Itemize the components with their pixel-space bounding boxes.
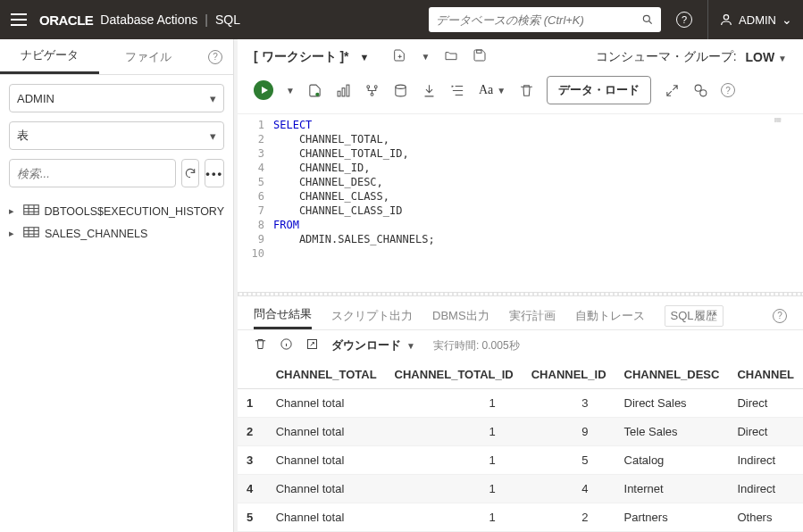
chevron-down-icon: ▼: [360, 52, 370, 62]
chevron-down-icon: ▾: [210, 92, 216, 105]
svg-point-20: [367, 85, 370, 87]
run-script-button[interactable]: [307, 82, 323, 98]
tab-autotrace[interactable]: 自動トレース: [575, 302, 645, 329]
expand-icon[interactable]: ▸: [9, 205, 18, 217]
table-row[interactable]: 4Channel total14InternetIndirect: [238, 475, 803, 503]
save-button[interactable]: [473, 48, 487, 65]
worksheet-selector[interactable]: [ ワークシート ]* ▼ ▼: [254, 48, 487, 65]
execution-time: 実行時間: 0.005秒: [433, 338, 520, 353]
svg-point-16: [316, 92, 320, 96]
download-button[interactable]: [422, 82, 438, 98]
svg-point-23: [396, 85, 406, 88]
svg-rect-15: [477, 50, 481, 53]
more-icon: •••: [205, 167, 223, 180]
more-button[interactable]: •••: [205, 159, 224, 187]
table-row[interactable]: 5Channel total12PartnersOthers: [238, 503, 803, 532]
tab-sql-history[interactable]: SQL履歴: [665, 305, 724, 327]
search-icon: [641, 13, 654, 26]
user-icon: [719, 12, 733, 27]
delete-result-button[interactable]: [254, 337, 267, 353]
brand-product: Database Actions: [100, 12, 197, 27]
svg-rect-18: [342, 87, 345, 96]
font-size-button[interactable]: Aa ▼: [479, 83, 506, 97]
svg-point-2: [724, 15, 728, 20]
hamburger-menu-icon[interactable]: [11, 12, 27, 28]
format-button[interactable]: [450, 82, 466, 98]
result-grid: CHANNEL_TOTALCHANNEL_TOTAL_IDCHANNEL_IDC…: [238, 361, 803, 532]
data-load-button[interactable]: データ・ロード: [547, 76, 651, 104]
table-row[interactable]: 3Channel total15CatalogIndirect: [238, 446, 803, 475]
svg-rect-3: [23, 205, 38, 215]
find-button[interactable]: [692, 82, 708, 98]
refresh-button[interactable]: [181, 159, 199, 187]
object-type-value: 表: [17, 128, 29, 144]
tab-query-result[interactable]: 問合せ結果: [254, 302, 312, 329]
table-row[interactable]: 2Channel total19Tele SalesDirect: [238, 418, 803, 446]
download-results-button[interactable]: ダウンロード ▼: [331, 337, 415, 353]
search-input[interactable]: [436, 13, 641, 27]
autotrace-button[interactable]: [364, 82, 381, 98]
split-handle[interactable]: [238, 292, 803, 296]
help-icon: ?: [208, 50, 222, 64]
global-search[interactable]: [429, 7, 661, 32]
svg-rect-8: [24, 228, 39, 237]
sidebar-help[interactable]: ?: [197, 39, 233, 74]
object-search-input[interactable]: [9, 159, 176, 187]
toolbar-help-button[interactable]: ?: [721, 83, 735, 98]
open-button[interactable]: [444, 48, 458, 65]
tree-label: SALES_CHANNELS: [45, 228, 147, 240]
svg-line-1: [649, 21, 652, 24]
minimap[interactable]: ██████: [774, 118, 792, 129]
clear-button[interactable]: [518, 82, 534, 98]
help-button[interactable]: ?: [672, 7, 697, 32]
svg-point-28: [699, 89, 706, 96]
sql-editor[interactable]: 12345678910 SELECT CHANNEL_TOTAL, CHANNE…: [238, 113, 803, 292]
svg-rect-17: [339, 91, 341, 96]
brand-section: SQL: [215, 12, 240, 27]
expand-icon[interactable]: ▸: [9, 228, 18, 239]
tab-script-output[interactable]: スクリプト出力: [331, 302, 413, 329]
aa-icon: Aa: [479, 83, 493, 97]
column-header[interactable]: CHANNEL: [728, 361, 803, 389]
run-button[interactable]: [254, 80, 273, 100]
object-type-select[interactable]: 表 ▾: [9, 121, 224, 150]
tab-dbms-output[interactable]: DBMS出力: [432, 302, 489, 329]
user-name: ADMIN: [739, 13, 776, 27]
table-icon: [23, 204, 39, 219]
run-menu-chevron[interactable]: ▼: [286, 86, 295, 96]
svg-point-0: [643, 15, 649, 21]
column-header[interactable]: CHANNEL_TOTAL_ID: [386, 361, 523, 389]
tab-files[interactable]: ファイル: [99, 39, 198, 74]
schema-value: ADMIN: [17, 92, 54, 105]
new-worksheet-button[interactable]: [392, 48, 406, 65]
svg-point-21: [375, 85, 378, 87]
open-new-window-button[interactable]: [305, 337, 319, 353]
consumer-group-label: コンシューマ・グループ:: [596, 49, 737, 65]
worksheet-name: [ ワークシート ]*: [254, 49, 349, 65]
user-menu[interactable]: ADMIN ⌄: [707, 0, 792, 39]
brand-area: ORACLE Database Actions | SQL: [39, 12, 240, 28]
consumer-group-select[interactable]: LOW ▼: [746, 50, 787, 64]
column-header[interactable]: [238, 361, 267, 389]
explain-plan-button[interactable]: [336, 82, 352, 98]
commit-button[interactable]: [393, 82, 409, 98]
chevron-down-icon: ▼: [497, 86, 506, 96]
tab-navigator[interactable]: ナビゲータ: [0, 39, 99, 74]
tree-item[interactable]: ▸ SALES_CHANNELS: [9, 222, 224, 245]
column-header[interactable]: CHANNEL_ID: [523, 361, 615, 389]
tab-explain-plan[interactable]: 実行計画: [509, 302, 556, 329]
expand-button[interactable]: [664, 82, 680, 98]
column-header[interactable]: CHANNEL_DESC: [615, 361, 729, 389]
info-button[interactable]: [280, 337, 293, 353]
brand-logo: ORACLE: [39, 12, 93, 28]
refresh-icon: [184, 167, 197, 179]
chevron-down-icon[interactable]: ▼: [421, 52, 430, 62]
results-help-button[interactable]: ?: [773, 308, 787, 323]
schema-select[interactable]: ADMIN ▾: [9, 84, 224, 112]
chevron-down-icon: ▼: [778, 54, 787, 63]
column-header[interactable]: CHANNEL_TOTAL: [267, 361, 386, 389]
tree-label: DBTOOLS$EXECUTION_HISTORY: [45, 205, 224, 218]
help-icon: ?: [676, 12, 692, 28]
table-row[interactable]: 1Channel total13Direct SalesDirect: [238, 389, 803, 418]
tree-item[interactable]: ▸ DBTOOLS$EXECUTION_HISTORY: [9, 200, 224, 222]
